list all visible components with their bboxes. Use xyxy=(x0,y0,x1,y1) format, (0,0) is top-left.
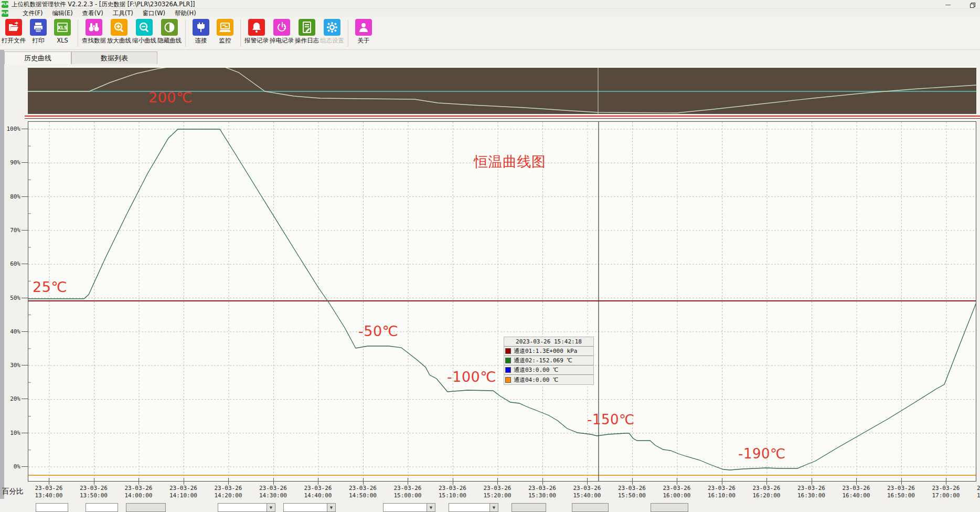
toolbar-separator xyxy=(240,19,241,47)
bottom-widget-button-8[interactable] xyxy=(572,503,609,512)
menu-item-2[interactable]: 查看(V) xyxy=(78,9,108,17)
x-tick-label: 23-03-2615:50:00 xyxy=(610,485,655,499)
x-tick-mark xyxy=(722,478,722,485)
bottom-widget-combo-4[interactable]: ▼ xyxy=(283,503,336,512)
menu-item-5[interactable]: 帮助(H) xyxy=(170,9,201,17)
serial-plug-icon xyxy=(193,19,209,36)
curve-plot-area[interactable] xyxy=(28,121,976,482)
bottom-widget-combo-3[interactable]: ▼ xyxy=(218,503,275,512)
bottom-widget-input-1[interactable] xyxy=(86,503,118,512)
zoom-in-icon xyxy=(111,19,127,36)
chart-annotation-1: 25℃ xyxy=(33,279,67,295)
x-tick-mark xyxy=(542,478,543,485)
y-tick-mark xyxy=(22,331,28,332)
menu-item-1[interactable]: 编辑(E) xyxy=(48,9,78,17)
monitor-button[interactable]: 监控 xyxy=(213,19,237,44)
minimize-button[interactable]: — xyxy=(943,1,953,8)
y-tick-mark xyxy=(22,365,28,365)
x-tick-mark xyxy=(184,478,184,485)
log-doc-icon xyxy=(299,19,315,36)
cursor-tooltip: 2023-03-26 15:42:18 通道01:1.3E+000 kPa通道0… xyxy=(504,337,594,385)
x-tick-label: 23-03-2614:10:00 xyxy=(161,485,206,499)
menu-item-0[interactable]: 文件(F) xyxy=(18,9,48,17)
binoculars-icon xyxy=(86,19,102,36)
xls-export-button[interactable]: XLSXLS xyxy=(50,19,74,44)
x-tick-label: 23-03-2614:50:00 xyxy=(340,485,386,499)
alarm-records-button-label: 报警记录 xyxy=(244,37,269,44)
tooltip-channel-row: 通道01:1.3E+000 kPa xyxy=(504,347,593,356)
config-settings-button-label: 组态设置 xyxy=(320,37,344,44)
bottom-control-strip: ▼▼▼▼ xyxy=(0,499,980,512)
application-window: PLR 上位机数据管理软件 V2.2.2.3 - [历史数据 [F:\PLR\2… xyxy=(0,0,980,512)
open-file-button[interactable]: 打开文件 xyxy=(1,19,26,44)
x-tick-label: 23-03-2614:20:00 xyxy=(206,485,251,499)
x-tick-label: 23-03-2616:30:00 xyxy=(789,485,834,499)
x-tick-label: 23-03-2616:10:00 xyxy=(699,485,744,499)
x-tick-mark xyxy=(766,478,767,485)
half-circle-icon xyxy=(161,19,178,36)
x-tick-mark xyxy=(453,478,453,485)
about-button-label: 关于 xyxy=(358,37,370,44)
channel-value-text: 通道01:1.3E+000 kPa xyxy=(514,347,577,355)
x-tick-mark xyxy=(946,478,946,485)
printer-icon xyxy=(30,19,47,36)
power-loss-records-button[interactable]: 掉电记录 xyxy=(269,19,294,44)
bottom-widget-input-0[interactable] xyxy=(36,503,68,512)
y-tick-label: 20% xyxy=(1,395,20,402)
tab-history-curve[interactable]: 历史曲线 xyxy=(4,51,71,64)
y-tick-mark xyxy=(22,230,28,231)
x-tick-mark xyxy=(228,478,229,485)
tab-data-list[interactable]: 数据列表 xyxy=(71,51,157,64)
zoom-out-curve-button[interactable]: 缩小曲线 xyxy=(132,19,157,44)
hide-curve-button-label: 隐藏曲线 xyxy=(157,37,182,44)
channel-value-text: 通道04:0.00 ℃ xyxy=(514,376,558,384)
monitor-button-label: 监控 xyxy=(219,37,231,44)
x-tick-label: 23-03-2616:40:00 xyxy=(834,485,879,499)
document-icon[interactable]: PLR xyxy=(2,10,8,17)
bottom-widget-button-7[interactable] xyxy=(512,503,546,512)
y-tick-label: 0% xyxy=(1,463,20,470)
print-button-label: 打印 xyxy=(33,37,45,44)
chart-annotation-6: 恒温曲线图 xyxy=(474,152,546,171)
channel-value-text: 通道02:-152.069 ℃ xyxy=(514,357,572,364)
window-title: 上位机数据管理软件 V2.2.2.3 - [历史数据 [F:\PLR\23032… xyxy=(12,1,195,8)
open-file-button-label: 打开文件 xyxy=(2,37,26,44)
y-tick-label: 90% xyxy=(1,159,20,166)
about-button[interactable]: 关于 xyxy=(351,19,376,44)
y-tick-mark xyxy=(22,264,28,264)
config-settings-button[interactable]: 组态设置 xyxy=(319,19,345,44)
svg-text:XLS: XLS xyxy=(57,25,67,30)
x-tick-mark xyxy=(901,478,902,485)
menu-bar: PLR 文件(F)编辑(E)查看(V)工具(T)窗口(W)帮助(H) xyxy=(0,9,980,17)
x-tick-mark xyxy=(587,478,588,485)
toolbar-separator xyxy=(185,19,186,47)
power-icon xyxy=(273,19,290,36)
tooltip-channel-row: 通道04:0.00 ℃ xyxy=(504,375,593,384)
x-tick-label: 23-03-2614:30:00 xyxy=(251,485,296,499)
x-tick-label: 23-03-2615:10:00 xyxy=(430,485,475,499)
menu-item-3[interactable]: 工具(T) xyxy=(108,9,138,17)
hide-curve-button[interactable]: 隐藏曲线 xyxy=(157,19,182,44)
toolbar: 打开文件打印XLSXLS查找数据放大曲线缩小曲线隐藏曲线连接监控报警记录掉电记录… xyxy=(0,17,980,50)
alarm-records-button[interactable]: 报警记录 xyxy=(244,19,269,44)
y-tick-label: 50% xyxy=(1,295,20,301)
print-button[interactable]: 打印 xyxy=(26,19,50,44)
bottom-widget-button-2[interactable] xyxy=(126,503,166,512)
x-tick-mark xyxy=(632,478,633,485)
connect-button[interactable]: 连接 xyxy=(189,19,213,44)
menu-item-4[interactable]: 窗口(W) xyxy=(138,9,170,17)
zoom-in-curve-button[interactable]: 放大曲线 xyxy=(106,19,132,44)
x-tick-label: 23-03-2616:50:00 xyxy=(879,485,924,499)
operation-log-button[interactable]: 操作日志 xyxy=(294,19,319,44)
restore-icon xyxy=(970,3,974,7)
channel-color-swatch xyxy=(505,377,511,383)
bottom-widget-button-9[interactable] xyxy=(651,503,688,512)
x-tick-label: 23-03-2615:00:00 xyxy=(385,485,430,499)
find-data-button[interactable]: 查找数据 xyxy=(81,19,106,44)
bottom-widget-combo-5[interactable]: ▼ xyxy=(383,503,435,512)
x-tick-mark xyxy=(273,478,274,485)
y-tick-mark xyxy=(22,298,28,298)
x-tick-mark xyxy=(497,478,498,485)
bottom-widget-combo-6[interactable]: ▼ xyxy=(449,503,498,512)
restore-button[interactable] xyxy=(967,1,977,8)
